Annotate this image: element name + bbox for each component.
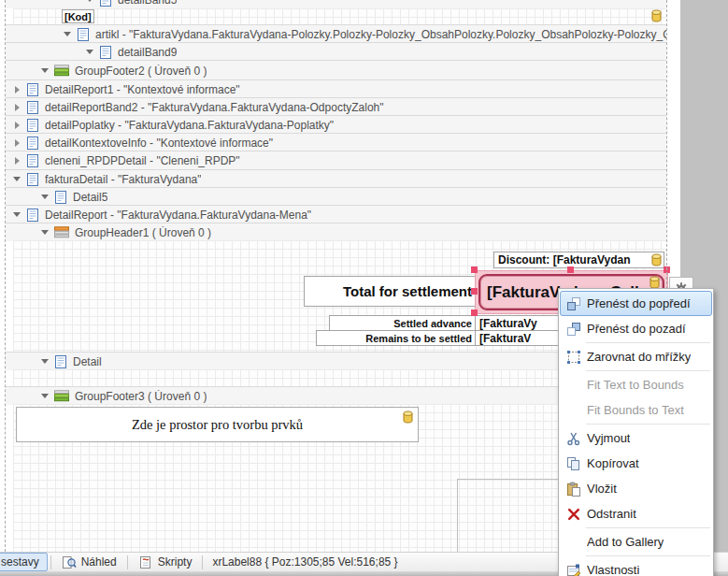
selection-handle[interactable] <box>471 310 478 316</box>
detail-band-icon <box>54 354 67 369</box>
collapse-arrow-icon[interactable] <box>37 230 52 235</box>
band-row-detailBand5[interactable]: detailBand5 <box>6 0 666 8</box>
band-row-detailreport-mena[interactable]: DetailReport - "FakturaVydana.FakturaVyd… <box>6 205 666 223</box>
tab-preview[interactable]: Náhled <box>54 554 124 570</box>
collapse-arrow-icon[interactable] <box>9 212 24 217</box>
copy-icon <box>561 456 587 471</box>
collapse-arrow-icon[interactable] <box>37 394 52 398</box>
menu-item-add-to-gallery[interactable]: Add to Gallery <box>560 529 712 554</box>
collapse-arrow-icon[interactable] <box>82 0 97 2</box>
total-caption-cell[interactable]: Total for settlement <box>304 276 476 307</box>
band-row-cleneni-rpdpdetail[interactable]: cleneni_RPDPDetail - "Cleneni_RPDP" <box>6 151 666 170</box>
expand-arrow-icon[interactable] <box>9 86 24 94</box>
data-binding-icon <box>649 276 660 289</box>
group-footer-band-icon <box>54 390 69 402</box>
band-row-artikl[interactable]: artikl - "FakturaVydana.FakturaVydana-Po… <box>6 24 666 43</box>
band-label: fakturaDetail - "FakturaVydana" <box>45 173 201 186</box>
detail-report-icon <box>77 27 90 42</box>
menu-item-send-to-back[interactable]: Přenést do pozadí <box>560 316 712 341</box>
band-label: detailBand5 <box>118 0 177 7</box>
cut-icon <box>561 431 587 446</box>
page-left-boundary <box>5 0 6 552</box>
band-row-groupfooter2[interactable]: GroupFooter2 ( Úroveň 0 ) <box>6 60 666 80</box>
kod-field-text: [Kod] <box>64 11 92 22</box>
kod-field-cell[interactable]: [Kod] <box>62 9 94 23</box>
tab-report-designer[interactable]: sestavy <box>0 553 48 571</box>
detail-band-icon <box>99 45 112 60</box>
data-binding-icon <box>651 9 662 22</box>
band-row-fakturadetail[interactable]: fakturaDetail - "FakturaVydana" <box>6 169 666 188</box>
settled-advance-caption-text: Settled advance <box>393 318 472 329</box>
total-caption-text: Total for settlement <box>343 283 472 299</box>
selection-handle[interactable] <box>471 288 478 295</box>
discount-label-text: Discount: [FakturaVydan <box>498 253 631 266</box>
band-label: GroupFooter3 ( Úroveň 0 ) <box>75 390 207 403</box>
menu-item-delete[interactable]: Odstranit <box>560 501 712 526</box>
detail-band-icon <box>99 0 112 7</box>
band-row-groupheader1[interactable]: GroupHeader1 ( Úroveň 0 ) <box>6 223 666 241</box>
band-row-detailreport1[interactable]: DetailReport1 - "Kontextové informace" <box>6 79 666 98</box>
band-label: DetailReport1 - "Kontextové informace" <box>45 83 240 96</box>
menu-separator <box>560 423 712 425</box>
band-row-detailpoplatky[interactable]: detailPoplatky - "FakturaVydana.FakturaV… <box>6 115 666 134</box>
band-label: artikl - "FakturaVydana.FakturaVydana-Po… <box>95 28 666 41</box>
report-designer-screen: detailBand5 [Kod] artikl - "FakturaVydan… <box>0 0 728 576</box>
detail-report-icon <box>26 208 39 223</box>
band-label: Detail5 <box>73 191 107 204</box>
detail-report-icon <box>26 136 39 151</box>
menu-item-fit-bounds-to-text: Fit Bounds to Text <box>560 397 712 423</box>
bring-to-front-icon <box>561 296 587 311</box>
settled-advance-caption-cell[interactable]: Settled advance <box>329 315 476 331</box>
collapse-arrow-icon[interactable] <box>60 32 75 36</box>
settled-advance-value-text: [FakturaVy <box>479 317 537 330</box>
expand-arrow-icon[interactable] <box>9 122 24 129</box>
discount-label-cell[interactable]: Discount: [FakturaVydan <box>493 252 664 268</box>
detail-band-icon <box>54 190 67 205</box>
data-binding-icon <box>403 410 413 424</box>
menu-separator <box>560 526 712 529</box>
detail-report-icon <box>26 118 39 133</box>
band-label: detailPoplatky - "FakturaVydana.FakturaV… <box>45 119 334 132</box>
menu-item-paste[interactable]: Vložit <box>560 476 712 501</box>
expand-arrow-icon[interactable] <box>9 104 24 111</box>
collapse-arrow-icon[interactable] <box>37 359 52 364</box>
menu-item-align-to-grid[interactable]: Zarovnat do mřížky <box>560 344 712 369</box>
detail-report-icon <box>26 82 39 97</box>
menu-item-bring-to-front[interactable]: Přenést do popředí <box>560 291 712 316</box>
selection-handle[interactable] <box>471 266 478 273</box>
collapse-arrow-icon[interactable] <box>9 177 24 181</box>
status-separator <box>50 555 51 569</box>
band-row-detailkontextoveinfo[interactable]: detailKontextoveInfo - "Kontextové infor… <box>6 133 666 151</box>
band-row-detail5[interactable]: Detail5 <box>6 187 666 206</box>
footer-placeholder-cell[interactable]: Zde je prostor pro tvorbu prvků <box>16 407 419 442</box>
expand-arrow-icon[interactable] <box>9 139 24 147</box>
menu-item-copy[interactable]: Kopírovat <box>560 451 712 476</box>
band-label: Detail <box>73 355 102 368</box>
menu-item-properties[interactable]: Vlastnosti <box>560 557 712 576</box>
footer-placeholder-text: Zde je prostor pro tvorbu prvků <box>132 417 303 433</box>
send-to-back-icon <box>561 322 587 337</box>
align-to-grid-icon <box>561 350 587 365</box>
detail-report-icon <box>26 172 39 187</box>
group-footer-band-icon <box>54 65 69 77</box>
menu-separator <box>560 554 712 557</box>
preview-icon <box>62 555 77 569</box>
band-row-detailBand9[interactable]: detailBand9 <box>6 42 666 61</box>
design-surface-kod[interactable]: [Kod] <box>13 8 666 24</box>
tab-scripts[interactable]: Skripty <box>131 554 200 570</box>
menu-item-fit-text-to-bounds: Fit Text to Bounds <box>560 372 712 397</box>
remains-caption-cell[interactable]: Remains to be settled <box>316 330 476 346</box>
collapse-arrow-icon[interactable] <box>37 194 52 199</box>
collapse-arrow-icon[interactable] <box>37 68 52 73</box>
expand-arrow-icon[interactable] <box>9 157 24 165</box>
collapse-arrow-icon[interactable] <box>82 50 97 54</box>
selection-info: xrLabel88 { Poz:1305;85 Vel:516;85 } <box>212 555 397 569</box>
selection-handle[interactable] <box>567 266 574 273</box>
remains-value-text: [FakturaV <box>479 332 531 345</box>
delete-icon <box>561 507 587 522</box>
menu-item-cut[interactable]: Vyjmout <box>560 425 712 451</box>
scripts-icon <box>138 555 153 569</box>
band-row-detailreportband2[interactable]: detailReportBand2 - "FakturaVydana.Faktu… <box>6 97 666 116</box>
group-header-band-icon <box>54 226 69 238</box>
properties-icon <box>561 563 587 576</box>
